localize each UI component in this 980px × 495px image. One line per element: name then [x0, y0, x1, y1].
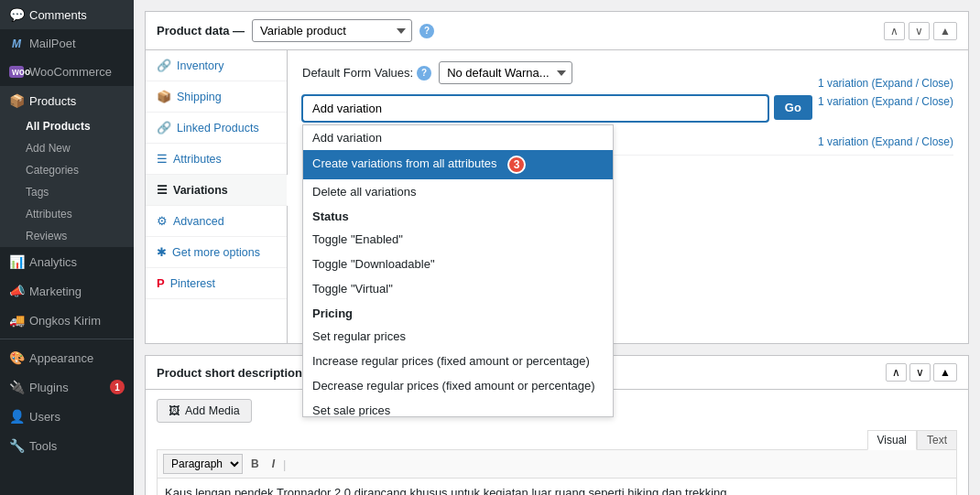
short-desc-title: Product short description — [157, 366, 302, 380]
add-variation-select[interactable]: Add variation — [302, 95, 768, 122]
tools-icon: 🔧 — [9, 438, 24, 453]
short-desc-expand[interactable]: ▲ — [933, 363, 957, 382]
sidebar-item-label: Ongkos Kirim — [29, 314, 101, 328]
dropdown-item-set-sale[interactable]: Set sale prices — [303, 398, 613, 417]
users-icon: 👤 — [9, 409, 24, 424]
linked-products-icon: 🔗 — [157, 121, 171, 135]
marketing-icon: 📣 — [9, 284, 24, 298]
editor-mode-tabs-container: Visual Text — [157, 430, 957, 449]
sidebar-item-woocommerce[interactable]: woo WooCommerce — [0, 58, 134, 86]
short-desc-collapse-down[interactable]: ∨ — [909, 363, 931, 382]
editor-mode-tabs: Visual Text — [867, 430, 957, 450]
sidebar-item-mailpoet[interactable]: M MailPoet — [0, 29, 134, 58]
sidebar-item-categories[interactable]: Categories — [0, 159, 134, 181]
sidebar-item-tags[interactable]: Tags — [0, 181, 134, 203]
sidebar-subitem-label: Categories — [26, 164, 79, 177]
dropdown-item-set-regular[interactable]: Set regular prices — [303, 324, 613, 349]
expand-button[interactable]: ▲ — [933, 22, 957, 40]
short-desc-editor[interactable]: Kaus lengan pendek Tronnador 2.0 diranca… — [157, 478, 957, 495]
collapse-down-button[interactable]: ∨ — [909, 22, 930, 40]
analytics-icon: 📊 — [9, 254, 24, 269]
text-tab[interactable]: Text — [917, 430, 957, 450]
tab-label: Inventory — [177, 59, 223, 72]
sidebar-item-products[interactable]: 📦 Products — [0, 86, 134, 115]
sidebar-item-reviews[interactable]: Reviews — [0, 225, 134, 247]
short-desc-collapse-up[interactable]: ∧ — [886, 363, 907, 382]
tab-attributes[interactable]: ☰ Attributes — [146, 144, 287, 175]
sidebar-subitem-label: Add New — [26, 142, 71, 155]
main-content: Product data — Variable product Simple p… — [134, 0, 980, 495]
mailpoet-icon: M — [9, 38, 24, 50]
variation-select-wrapper: Add variation Add variation Create varia… — [302, 95, 768, 122]
sidebar-divider — [0, 339, 134, 339]
tab-linked-products[interactable]: 🔗 Linked Products — [146, 113, 287, 144]
sidebar-item-all-products[interactable]: All Products — [0, 115, 134, 137]
sidebar-item-comments[interactable]: 💬 Comments — [0, 0, 134, 29]
add-media-button[interactable]: 🖼 Add Media — [157, 399, 252, 423]
dropdown-header-pricing: Pricing — [303, 301, 613, 324]
variation-area: 1 variation (Expand / Close) Add variati… — [302, 95, 953, 156]
sidebar-item-add-new[interactable]: Add New — [0, 137, 134, 159]
dropdown-item-add-variation[interactable]: Add variation — [303, 125, 613, 150]
pinterest-icon: P — [157, 276, 165, 290]
sidebar-subitem-label: Reviews — [26, 230, 67, 242]
tab-pinterest[interactable]: P Pinterest — [146, 268, 287, 299]
tab-label: Advanced — [173, 215, 224, 228]
no-default-select[interactable]: No default Warna... — [439, 61, 572, 84]
go-button[interactable]: Go — [774, 95, 812, 120]
short-desc-content: Kaus lengan pendek Tronnador 2.0 diranca… — [165, 486, 730, 495]
woocommerce-icon: woo — [9, 66, 24, 78]
dropdown-item-decrease-regular[interactable]: Decrease regular prices (fixed amount or… — [303, 373, 613, 398]
tab-label: Shipping — [177, 91, 222, 103]
sidebar-item-users[interactable]: 👤 Users — [0, 402, 134, 431]
sidebar-item-marketing[interactable]: 📣 Marketing — [0, 276, 134, 306]
default-form-help-icon[interactable]: ? — [417, 66, 431, 81]
variation-count-inline[interactable]: 1 variation (Expand / Close) — [818, 95, 953, 108]
toolbar-separator: | — [283, 457, 286, 471]
tab-advanced[interactable]: ⚙ Advanced — [146, 206, 287, 237]
product-type-select[interactable]: Variable product Simple product Grouped … — [252, 19, 412, 42]
get-more-options-icon: ✱ — [157, 245, 167, 259]
ongkos-kirim-icon: 🚚 — [9, 313, 24, 328]
tab-shipping[interactable]: 📦 Shipping — [146, 81, 287, 113]
inventory-icon: 🔗 — [157, 59, 171, 72]
product-data-header: Product data — Variable product Simple p… — [146, 12, 968, 50]
variation-count-bottom[interactable]: 1 variation (Expand / Close) — [818, 135, 953, 148]
sidebar-subitem-label: All Products — [26, 120, 91, 133]
dropdown-item-toggle-virtual[interactable]: Toggle "Virtual" — [303, 276, 613, 301]
help-icon[interactable]: ? — [419, 24, 434, 38]
dropdown-item-toggle-downloadable[interactable]: Toggle "Downloadable" — [303, 252, 613, 276]
sidebar-item-analytics[interactable]: 📊 Analytics — [0, 247, 134, 276]
variation-select-row: Add variation Add variation Create varia… — [302, 95, 953, 122]
sidebar-item-label: Analytics — [29, 255, 77, 269]
product-data-body: 🔗 Inventory 📦 Shipping 🔗 Linked Products… — [146, 50, 968, 343]
sidebar-subitem-label: Attributes — [26, 208, 72, 221]
tab-label: Variations — [173, 184, 228, 197]
variations-tab-content: Default Form Values: ? No default Warna.… — [288, 50, 968, 343]
sidebar-item-ongkos-kirim[interactable]: 🚚 Ongkos Kirim — [0, 306, 134, 335]
bold-button[interactable]: B — [246, 456, 264, 472]
add-media-icon: 🖼 — [169, 404, 180, 417]
sidebar-item-attributes[interactable]: Attributes — [0, 203, 134, 225]
tab-inventory[interactable]: 🔗 Inventory — [146, 50, 287, 81]
sidebar-item-label: Comments — [29, 8, 87, 22]
italic-button[interactable]: I — [267, 456, 279, 472]
sidebar-item-plugins[interactable]: 🔌 Plugins 1 — [0, 372, 134, 402]
variation-count-top[interactable]: 1 variation (Expand / Close) — [818, 77, 953, 90]
editor-toolbar: Paragraph B I | — [157, 449, 957, 478]
dropdown-item-create-variations[interactable]: Create variations from all attributes 3 — [303, 150, 613, 179]
dropdown-item-toggle-enabled[interactable]: Toggle "Enabled" — [303, 227, 613, 252]
sidebar-item-appearance[interactable]: 🎨 Appearance — [0, 343, 134, 372]
tab-get-more-options[interactable]: ✱ Get more options — [146, 237, 287, 268]
collapse-up-button[interactable]: ∧ — [884, 22, 905, 40]
products-icon: 📦 — [9, 93, 24, 108]
dropdown-item-increase-regular[interactable]: Increase regular prices (fixed amount or… — [303, 349, 613, 373]
visual-tab[interactable]: Visual — [867, 430, 917, 450]
paragraph-select[interactable]: Paragraph — [163, 454, 243, 474]
tab-variations[interactable]: ☰ Variations — [146, 175, 288, 206]
step-badge: 3 — [507, 156, 526, 174]
dropdown-item-delete-all[interactable]: Delete all variations — [303, 179, 613, 204]
sidebar-item-tools[interactable]: 🔧 Tools — [0, 431, 134, 460]
header-actions: ∧ ∨ ▲ — [884, 22, 957, 40]
sidebar-item-label: WooCommerce — [29, 65, 112, 79]
